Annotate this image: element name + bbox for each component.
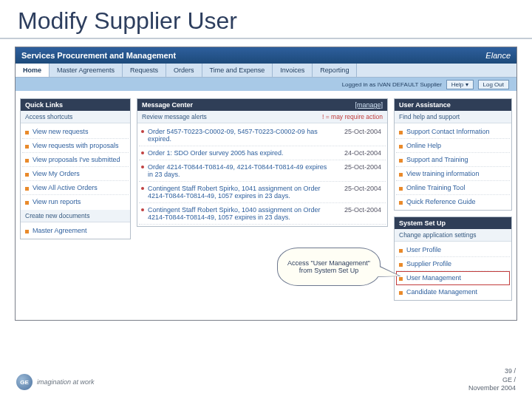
- footer-line2: GE /: [468, 376, 516, 385]
- message-text: Contingent Staff Robert Spirko, 1041 ass…: [148, 185, 332, 200]
- message-text: Order 5457-T0223-C0002-09, 5457-T0223-C0…: [148, 128, 332, 143]
- left-column: Quick Links Access shortcuts View new re…: [20, 98, 131, 313]
- message-center-title: Message Center: [142, 101, 193, 109]
- tab-time-and-expense[interactable]: Time and Expense: [202, 64, 273, 77]
- user-assistance-item[interactable]: Quick Reference Guide: [396, 195, 510, 208]
- user-assistance-header: User Assistance: [395, 99, 511, 111]
- message-list: Order 5457-T0223-C0002-09, 5457-T0223-C0…: [139, 125, 386, 225]
- quick-links-title: Quick Links: [25, 101, 63, 109]
- login-status: Logged in as IVAN DEFAULT Supplier: [342, 81, 442, 88]
- middle-column: Message Center [manage] Review message a…: [137, 98, 388, 313]
- help-dropdown[interactable]: Help ▾: [446, 80, 474, 89]
- tab-requests[interactable]: Requests: [123, 64, 166, 77]
- system-setup-panel: System Set Up Change application setting…: [394, 216, 512, 301]
- tab-invoices[interactable]: Invoices: [273, 64, 313, 77]
- system-setup-subtitle: Change application settings: [395, 229, 511, 242]
- app-window: Services Procurement and Management Elan…: [15, 47, 517, 321]
- message-text: Contingent Staff Robert Spirko, 1040 ass…: [148, 206, 332, 221]
- message-row[interactable]: Order 1: SDO Order survey 2005 has expir…: [139, 146, 386, 160]
- message-text: Order 1: SDO Order survey 2005 has expir…: [148, 149, 332, 157]
- user-assistance-item[interactable]: Support Contact Information: [396, 125, 510, 139]
- quick-link-item[interactable]: View run reports: [22, 195, 129, 208]
- brand-logo: Elance: [485, 51, 511, 60]
- manage-link[interactable]: [manage]: [355, 101, 383, 109]
- logout-button[interactable]: Log Out: [478, 80, 509, 89]
- content-area: Quick Links Access shortcuts View new re…: [16, 91, 516, 320]
- system-setup-list: User ProfileSupplier ProfileUser Managem…: [396, 243, 510, 299]
- tab-orders[interactable]: Orders: [166, 64, 202, 77]
- quick-link-item[interactable]: View My Orders: [22, 167, 129, 181]
- user-assistance-subtitle: Find help and support: [395, 111, 511, 123]
- user-assistance-title: User Assistance: [399, 101, 451, 109]
- user-assistance-item[interactable]: View training information: [396, 167, 510, 181]
- message-date: 25-Oct-2004: [337, 185, 381, 200]
- quick-links-panel: Quick Links Access shortcuts View new re…: [20, 98, 131, 239]
- user-assistance-list: Support Contact InformationOnline HelpSu…: [396, 125, 510, 208]
- quick-links-header: Quick Links: [21, 99, 130, 111]
- callout-area: Access "User Management" from System Set…: [137, 233, 388, 299]
- create-doc-item[interactable]: Master Agreement: [22, 224, 129, 237]
- quick-link-item[interactable]: View new requests: [22, 125, 129, 139]
- message-date: 25-Oct-2004: [337, 163, 381, 178]
- ge-logo-block: GE imagination at work: [16, 374, 95, 390]
- message-date: 25-Oct-2004: [337, 206, 381, 221]
- nav-tabs: HomeMaster AgreementsRequestsOrdersTime …: [16, 64, 516, 78]
- message-row[interactable]: Order 4214-T0844-T0814-49, 4214-T0844-T0…: [139, 160, 386, 182]
- system-setup-item[interactable]: User Management: [396, 271, 510, 285]
- message-row[interactable]: Order 5457-T0223-C0002-09, 5457-T0223-C0…: [139, 125, 386, 146]
- tab-home[interactable]: Home: [16, 64, 50, 77]
- system-setup-title: System Set Up: [399, 219, 446, 227]
- ge-tagline: imagination at work: [37, 378, 95, 386]
- tab-master-agreements[interactable]: Master Agreements: [50, 64, 123, 77]
- create-docs-sub-text: Create new documents: [25, 212, 89, 219]
- quick-links-subtitle: Access shortcuts: [21, 111, 130, 123]
- quick-link-item[interactable]: View All Active Orders: [22, 181, 129, 195]
- slide-title: Modify Supplier User: [0, 0, 532, 39]
- system-setup-header: System Set Up: [395, 217, 511, 229]
- app-title: Services Procurement and Management: [21, 51, 176, 60]
- message-row[interactable]: Contingent Staff Robert Spirko, 1040 ass…: [139, 203, 386, 225]
- user-assistance-item[interactable]: Online Training Tool: [396, 181, 510, 195]
- app-header: Services Procurement and Management Elan…: [16, 47, 516, 64]
- mc-sub-left: Review message alerts: [142, 113, 207, 120]
- slide-footer: 39 / GE / November 2004: [468, 367, 516, 393]
- message-date: 25-Oct-2004: [337, 128, 381, 143]
- quick-link-item[interactable]: View requests with proposals: [22, 139, 129, 153]
- message-text: Order 4214-T0844-T0814-49, 4214-T0844-T0…: [148, 163, 332, 178]
- ge-logo-icon: GE: [16, 374, 33, 390]
- create-docs-list: Master Agreement: [22, 224, 129, 237]
- message-row[interactable]: Contingent Staff Robert Spirko, 1041 ass…: [139, 182, 386, 203]
- quick-links-sub-text: Access shortcuts: [25, 113, 72, 120]
- callout-bubble: Access "User Management" from System Set…: [277, 248, 381, 286]
- user-assistance-item[interactable]: Online Help: [396, 139, 510, 153]
- quick-link-item[interactable]: View proposals I've submitted: [22, 153, 129, 167]
- ss-sub-text: Change application settings: [399, 231, 476, 239]
- mc-sub-right: ! = may require action: [322, 113, 383, 120]
- message-date: 24-Oct-2004: [337, 149, 381, 157]
- ua-sub-text: Find help and support: [399, 113, 460, 120]
- quick-links-list: View new requestsView requests with prop…: [22, 125, 129, 208]
- message-center-header: Message Center [manage]: [137, 99, 387, 111]
- system-setup-item[interactable]: Candidate Management: [396, 285, 510, 299]
- message-center-panel: Message Center [manage] Review message a…: [137, 98, 388, 227]
- user-assistance-panel: User Assistance Find help and support Su…: [394, 98, 512, 211]
- system-setup-item[interactable]: User Profile: [396, 243, 510, 257]
- create-docs-subtitle: Create new documents: [21, 210, 130, 222]
- message-center-subtitle: Review message alerts ! = may require ac…: [137, 111, 387, 123]
- footer-line1: 39 /: [468, 367, 516, 376]
- footer-line3: November 2004: [468, 384, 516, 393]
- login-bar: Logged in as IVAN DEFAULT Supplier Help …: [16, 78, 516, 91]
- system-setup-item[interactable]: Supplier Profile: [396, 257, 510, 271]
- user-assistance-item[interactable]: Support and Training: [396, 153, 510, 167]
- right-column: User Assistance Find help and support Su…: [394, 98, 512, 313]
- tab-reporting[interactable]: Reporting: [313, 64, 357, 77]
